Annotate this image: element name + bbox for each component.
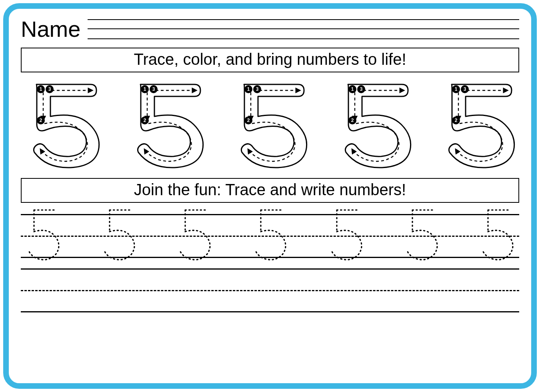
instruction-mid: Join the fun: Trace and write numbers! (21, 178, 519, 203)
name-line-top (88, 19, 519, 20)
trace-number-big[interactable]: 132 (126, 80, 206, 168)
trace-number-big[interactable]: 132 (230, 80, 310, 168)
svg-text:3: 3 (360, 86, 362, 92)
svg-text:3: 3 (256, 86, 259, 92)
svg-text:2: 2 (40, 118, 42, 123)
instruction-top: Trace, color, and bring numbers to life! (21, 48, 519, 72)
name-row: Name (21, 16, 519, 42)
svg-text:1: 1 (143, 86, 146, 92)
dotted-numbers-row (21, 207, 519, 258)
trace-number-big[interactable]: 132 (334, 80, 414, 168)
trace-number-dotted[interactable] (100, 207, 138, 258)
svg-text:2: 2 (143, 118, 146, 123)
guide-line-mid-dashed (21, 290, 519, 291)
trace-number-big[interactable]: 132 (22, 80, 102, 168)
name-write-lines[interactable] (88, 19, 519, 39)
trace-number-big[interactable]: 132 (438, 80, 518, 168)
svg-text:1: 1 (455, 86, 458, 92)
svg-text:3: 3 (48, 86, 51, 92)
svg-text:2: 2 (351, 118, 354, 123)
svg-text:2: 2 (247, 118, 250, 123)
trace-big-numbers-row: 132132132132132 (21, 80, 519, 172)
name-line-bot (88, 38, 519, 39)
svg-text:1: 1 (351, 86, 354, 92)
blank-write-row-2[interactable] (21, 268, 519, 312)
trace-number-dotted[interactable] (24, 207, 62, 258)
worksheet-frame: Name Trace, color, and bring numbers to … (3, 3, 537, 389)
svg-text:3: 3 (464, 86, 466, 92)
trace-number-dotted[interactable] (402, 207, 440, 258)
trace-write-row-1[interactable] (21, 214, 519, 258)
trace-number-dotted[interactable] (478, 207, 516, 258)
svg-text:1: 1 (247, 86, 250, 92)
name-label: Name (21, 16, 80, 42)
guide-line-top (21, 268, 519, 270)
trace-number-dotted[interactable] (327, 207, 365, 258)
svg-text:3: 3 (152, 86, 155, 92)
name-line-mid (88, 28, 519, 29)
trace-number-dotted[interactable] (251, 207, 289, 258)
trace-number-dotted[interactable] (175, 207, 213, 258)
svg-text:1: 1 (40, 86, 42, 92)
svg-text:2: 2 (455, 118, 458, 123)
guide-line-bot (21, 311, 519, 312)
